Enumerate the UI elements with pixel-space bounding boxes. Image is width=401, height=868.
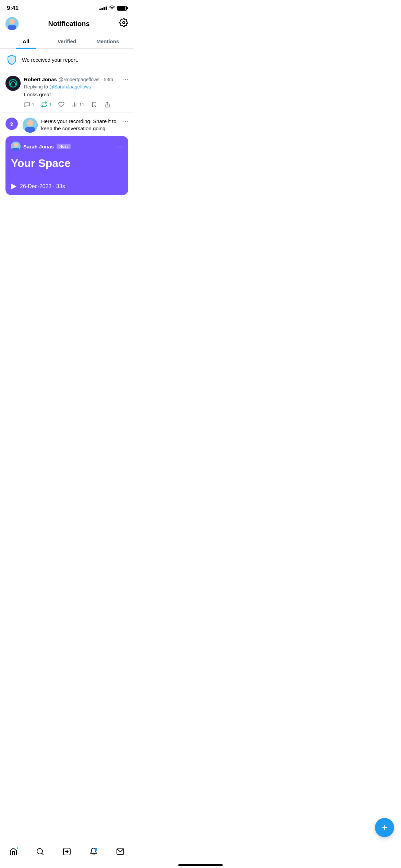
report-text: We received your report. [22,57,78,63]
svg-rect-13 [25,127,35,133]
reply-count: 1 [32,102,34,107]
space-card-more-icon[interactable]: ··· [117,143,123,150]
tab-verified[interactable]: Verified [46,34,87,48]
space-card-avatar [11,142,21,151]
play-button[interactable] [11,183,16,190]
report-notification: We received your report. [0,49,134,71]
tweet-time: · 53m [101,77,113,82]
svg-point-12 [27,120,33,126]
shield-icon [5,53,18,66]
views-button[interactable]: 11 [71,101,84,108]
tabs-container: All Verified Mentions [0,34,134,49]
tweet-author-name: Robert Jonas [24,76,57,82]
svg-point-15 [14,143,18,147]
space-title: Your Space [11,157,123,170]
space-card-date: 26-Dec-2023 · 33s [20,183,65,190]
tweet-more-icon[interactable]: ··· [123,76,128,83]
spaces-icon [5,118,18,130]
reply-button[interactable]: 1 [24,101,34,108]
view-count: 11 [79,102,84,107]
retweet-count: 1 [49,102,51,107]
tweet-notification: Robert Jonas @Robertpageflows · 53m ··· … [0,71,134,113]
tweet-author-handle: @Robertpageflows [59,77,99,82]
like-button[interactable] [58,101,64,108]
svg-rect-10 [11,122,12,123]
host-badge: Host [57,144,70,149]
svg-rect-16 [12,148,19,151]
space-avatar-container [23,118,38,133]
tweet-text: Looks great [24,91,128,98]
signal-icon [99,7,107,10]
space-recording-text: Here's your recording. Share it to keep … [41,118,123,132]
tweet-reply-handle: @SarahJpageflows [49,84,91,89]
space-notification: Here's your recording. Share it to keep … [0,113,134,200]
page-title: Notifications [48,20,89,28]
space-card-footer: 26-Dec-2023 · 33s [11,183,123,190]
space-card-user: Sarah Jonas Host [11,142,71,151]
share-button[interactable] [104,101,110,108]
status-icons [99,5,127,11]
svg-point-2 [9,19,15,24]
tweet-author-avatar[interactable] [5,76,21,91]
tab-all[interactable]: All [5,34,46,48]
tweet-actions: 1 1 11 [24,101,128,108]
settings-icon[interactable] [119,18,128,29]
status-bar: 9:41 [0,0,134,14]
space-card[interactable]: Sarah Jonas Host ··· Your Space 26-Dec-2… [5,136,128,195]
page-header: Notifications [0,14,134,34]
tweet-reply-info: Replying to @SarahJpageflows [24,84,128,89]
space-notif-header-row: Here's your recording. Share it to keep … [5,118,128,133]
tweet-header: Robert Jonas @Robertpageflows · 53m ··· [24,76,128,83]
tweet-content: Robert Jonas @Robertpageflows · 53m ··· … [24,76,128,108]
space-card-host-name: Sarah Jonas [23,144,54,149]
user-avatar[interactable] [5,17,19,30]
space-host-avatar[interactable] [23,118,38,133]
space-more-icon[interactable]: ··· [123,118,128,125]
space-card-header: Sarah Jonas Host ··· [11,142,123,151]
wifi-icon [109,5,115,11]
svg-point-0 [112,9,112,10]
battery-icon [117,6,127,11]
retweet-button[interactable]: 1 [41,101,51,108]
status-time: 9:41 [7,5,19,12]
bookmark-button[interactable] [91,101,97,108]
tab-mentions[interactable]: Mentions [87,34,128,48]
svg-rect-3 [8,25,16,30]
